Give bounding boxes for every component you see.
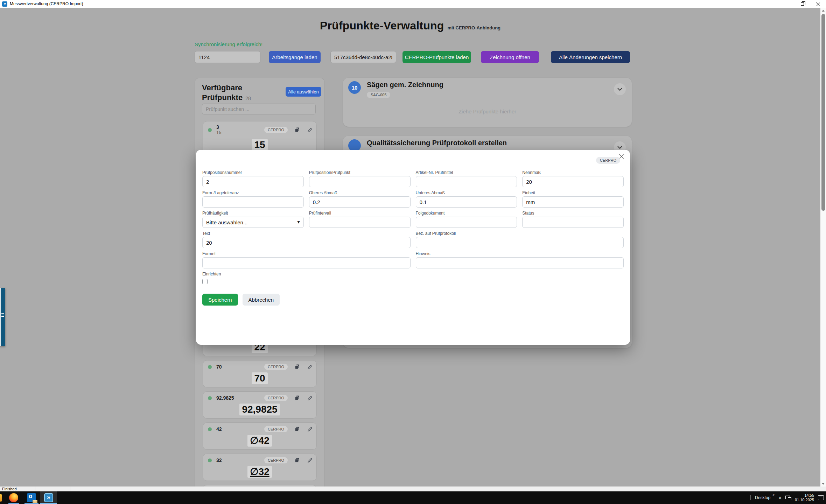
form-lagetoleranz-input[interactable] [202,196,304,208]
dropzone[interactable]: Ziehe Prüfpunkte hierher [343,108,632,114]
field-text: Text [202,231,411,248]
action-center-icon[interactable] [818,495,824,500]
sidebar-count: 28 [245,96,251,101]
close-icon [816,2,820,6]
unteres-abmass-input[interactable] [416,196,517,208]
tray-date: 01.10.2025 [795,498,814,502]
save-all-button[interactable]: Alle Änderungen speichern [551,51,630,63]
item-name: 92.9825 [216,396,234,401]
item-sub: 15 [216,130,221,135]
cerpro-badge: CERPRO [264,127,288,133]
field-label: Folgedokument [416,211,517,216]
status-dot-icon [208,458,212,462]
einheit-input[interactable] [522,196,624,208]
page-subtitle: mit CERPRO-Anbindung [447,25,500,30]
outlook-icon[interactable] [27,493,36,502]
field-form-lagetoleranz: Form-/Lagetoleranz [202,190,304,208]
guid-input[interactable] [330,51,396,63]
taskbar: Desktop 14:55 01.10.2025 [0,491,826,504]
field-label: Status [522,211,624,216]
collapse-chevron-button[interactable] [614,83,626,95]
clock[interactable]: 14:55 01.10.2025 [795,493,814,502]
item-value: ∅42 [203,435,316,447]
firefox-icon[interactable] [9,493,18,502]
field-label: Formel [202,251,411,256]
docked-panel-handle[interactable] [0,288,5,346]
app-icon [2,1,7,7]
copy-icon[interactable] [294,457,300,463]
text-input[interactable] [202,237,411,248]
edit-pencil-icon[interactable] [307,127,313,133]
screen: Messwertverwaltung (CERPRO Import) Prüfp… [0,0,826,504]
copy-icon[interactable] [294,127,300,133]
list-item[interactable]: 32 CERPRO ∅32 [203,454,317,481]
field-label: Einheit [522,190,624,195]
cerpro-badge: CERPRO [264,364,288,370]
vertical-scrollbar[interactable] [820,8,826,486]
edit-pencil-icon[interactable] [307,395,313,401]
copy-icon[interactable] [294,364,300,370]
list-item[interactable]: 70 CERPRO 70 [203,360,317,387]
list-item[interactable]: 42 CERPRO ∅42 [203,422,317,450]
status-strip: Finished [0,486,826,491]
close-button[interactable] [810,0,826,8]
copy-icon[interactable] [294,395,300,401]
field-label: Einrichten [202,272,624,276]
item-name: 32 [216,458,222,463]
folgedokument-input[interactable] [416,217,517,228]
item-value: ∅32 [203,466,316,478]
scrollbar-thumb[interactable] [821,14,825,211]
scroll-up-arrow[interactable] [820,8,826,13]
load-cerpro-button[interactable]: CERPRO-Prüfpunkte laden [402,51,471,63]
prufhaufigkeit-select-wrap: Bitte auswählen... [202,217,304,228]
load-operations-button[interactable]: Arbeitsgänge laden [269,51,321,63]
prufhaufigkeit-select[interactable]: Bitte auswählen... [202,217,304,228]
minimize-icon [785,4,789,4]
field-status: Status [522,211,624,228]
minimize-button[interactable] [779,0,794,8]
cancel-button[interactable]: Abbrechen [243,294,280,306]
edit-pencil-icon[interactable] [307,364,313,370]
einrichten-checkbox[interactable] [202,279,208,284]
active-app-taskbar-button[interactable] [40,491,57,504]
order-number-input[interactable] [195,51,260,63]
formel-input[interactable] [202,257,411,268]
field-label: Prüfposition/Prüfpunkt [309,170,411,175]
field-prufhaufigkeit: Prüfhäufigkeit Bitte auswählen... [202,211,304,228]
prufposition-input[interactable] [309,176,411,187]
scroll-down-arrow[interactable] [820,481,826,486]
status-input[interactable] [522,217,624,228]
oberes-abmass-input[interactable] [309,196,411,208]
cerpro-badge: CERPRO [264,457,288,463]
workflow-card-title: Sägen gem. Zeichnung [367,81,443,89]
artikel-nr-input[interactable] [416,176,517,187]
open-drawing-button[interactable]: Zeichnung öffnen [481,51,539,63]
hinweis-input[interactable] [416,257,624,268]
prufintervall-input[interactable] [309,217,411,228]
modal-actions: Speichern Abbrechen [202,294,624,306]
pinned-app-partial-icon[interactable] [0,494,2,502]
search-input[interactable] [202,104,316,114]
cerpro-badge: CERPRO [264,426,288,432]
edit-pencil-icon[interactable] [307,426,313,432]
field-nennmass: Nennmaß [522,170,624,187]
nennmass-input[interactable] [522,176,624,187]
system-tray: Desktop 14:55 01.10.2025 [750,491,824,504]
workflow-card-saegen: 10 Sägen gem. Zeichnung SAG-005 Ziehe Pr… [343,78,632,127]
list-item[interactable]: 92.9825 CERPRO 92,9825 [203,391,317,419]
status-text: Finished [2,486,17,491]
field-label: Prüfintervall [309,211,411,216]
desktop-toolbar[interactable]: Desktop [755,495,775,500]
select-all-button[interactable]: Alle auswählen [286,87,321,97]
sidebar-title: Verfügbare Prüfpunkte28 [202,83,251,103]
prufpositionsnummer-input[interactable] [202,176,304,187]
copy-icon[interactable] [294,426,300,432]
sync-status-message: Synchronisierung erfolgreich! [195,41,262,47]
network-icon[interactable] [785,496,791,500]
edit-pencil-icon[interactable] [307,457,313,463]
hidden-icons-chevron[interactable] [778,495,782,500]
restore-button[interactable] [794,0,810,8]
bez-prufprotokoll-input[interactable] [416,237,624,248]
field-einrichten: Einrichten [202,272,624,286]
save-button[interactable]: Speichern [202,294,238,306]
